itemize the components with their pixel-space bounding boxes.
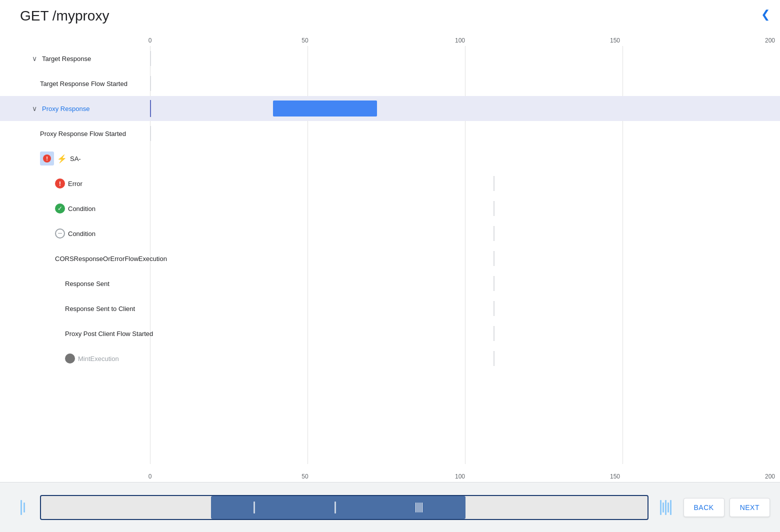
- bar-cell: [150, 321, 780, 346]
- bar-cell: [150, 221, 780, 246]
- mini-scroll-left: [10, 495, 35, 520]
- collapse-panel-button[interactable]: ❮: [761, 8, 770, 21]
- row-label: MintExecution: [78, 355, 119, 362]
- row-label: Error: [68, 180, 82, 188]
- row-label: Proxy Response: [42, 105, 90, 112]
- page-title: GET /myproxy: [10, 0, 119, 28]
- collapse-icon[interactable]: ∨: [30, 54, 39, 63]
- bar-cell: [150, 46, 780, 71]
- next-button[interactable]: NEXT: [730, 498, 770, 517]
- bar-cell: [150, 71, 780, 96]
- row-label: SA-: [70, 155, 81, 162]
- bar-cell: [150, 271, 780, 296]
- check-icon: ✓: [55, 204, 65, 214]
- main-container: GET /myproxy ❮ 0 50 100 150 200: [0, 0, 780, 532]
- collapse-icon[interactable]: ∨: [30, 104, 39, 113]
- nav-buttons: BACK NEXT: [684, 498, 770, 517]
- bottom-area: BACK NEXT: [0, 482, 780, 532]
- back-button[interactable]: BACK: [684, 498, 724, 517]
- row-target-response: ∨ Target Response: [0, 46, 780, 71]
- mini-scroll-right: [654, 495, 678, 520]
- bar-cell: [150, 171, 780, 196]
- row-response-sent: Response Sent: [0, 271, 780, 296]
- bar-cell: [150, 96, 780, 121]
- row-error: ! Error: [0, 171, 780, 196]
- circle-gray-icon: [65, 354, 75, 364]
- bar-cell: [150, 246, 780, 271]
- row-condition-1: ✓ Condition: [0, 196, 780, 221]
- row-label: Proxy Response Flow Started: [40, 130, 126, 138]
- row-label: Condition: [68, 205, 96, 212]
- error-icon: !: [43, 154, 51, 162]
- row-response-sent-client: Response Sent to Client: [0, 296, 780, 321]
- bar-cell: [150, 296, 780, 321]
- axis-tick-b-0: 0: [148, 473, 152, 480]
- row-label: Response Sent to Client: [65, 305, 135, 312]
- row-label: Proxy Post Client Flow Started: [65, 330, 153, 338]
- bar-cell: [150, 146, 780, 171]
- row-proxy-response: ∨ Proxy Response: [0, 96, 780, 121]
- row-label: Target Response Flow Started: [40, 80, 128, 88]
- chart-content: ∨ Target Response Target Response Flow S…: [0, 46, 780, 464]
- proxy-response-bar: [273, 100, 377, 116]
- sa-icon-box: !: [40, 152, 54, 166]
- bar-cell: [150, 121, 780, 146]
- axis-bottom: 0 50 100 150 200: [0, 464, 780, 482]
- bar-cell: [150, 346, 780, 371]
- axis-tick-150: 150: [610, 37, 620, 44]
- row-label: Response Sent: [65, 280, 110, 288]
- minus-icon: −: [55, 228, 65, 238]
- axis-tick-b-100: 100: [455, 473, 465, 480]
- axis-tick-0: 0: [148, 37, 152, 44]
- axis-tick-b-150: 150: [610, 473, 620, 480]
- row-condition-2: − Condition: [0, 221, 780, 246]
- row-proxy-post-client: Proxy Post Client Flow Started: [0, 321, 780, 346]
- axis-tick-b-200: 200: [765, 473, 775, 480]
- row-target-response-flow: Target Response Flow Started: [0, 71, 780, 96]
- row-proxy-response-flow: Proxy Response Flow Started: [0, 121, 780, 146]
- axis-tick-200: 200: [765, 37, 775, 44]
- row-sa: ! ⚡ SA-: [0, 146, 780, 171]
- row-mint-execution: MintExecution: [0, 346, 780, 371]
- scroll-thumb[interactable]: [211, 496, 466, 519]
- axis-top: 0 50 100 150 200: [0, 28, 780, 46]
- bar-cell: [150, 196, 780, 221]
- axis-tick-100: 100: [455, 37, 465, 44]
- row-label: Target Response: [42, 55, 91, 62]
- rows-wrapper: ∨ Target Response Target Response Flow S…: [0, 46, 780, 464]
- error-icon: !: [55, 178, 65, 188]
- axis-tick-50: 50: [302, 37, 308, 44]
- scroll-track[interactable]: [40, 495, 648, 520]
- axis-tick-b-50: 50: [302, 473, 308, 480]
- share-icon: ⚡: [57, 154, 67, 164]
- row-cors: CORSResponseOrErrorFlowExecution: [0, 246, 780, 271]
- row-label: Condition: [68, 230, 96, 238]
